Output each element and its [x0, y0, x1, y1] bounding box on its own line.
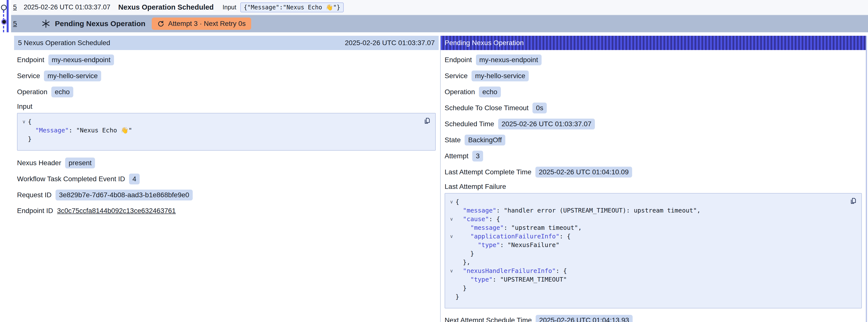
code-line: ∨ "nexusHandlerFailureInfo": { [447, 266, 846, 275]
collapse-chevron-icon[interactable]: ∨ [447, 266, 456, 275]
field-label: State [444, 136, 461, 144]
field-next-attempt-schedule-time: Next Attempt Schedule Time 2025-02-26 UT… [444, 315, 862, 322]
code-text: "type": "NexusFailure" [456, 240, 559, 249]
pending-event-title: Pending Nexus Operation [55, 20, 146, 28]
field-label: Request ID [17, 191, 52, 199]
code-text: } [456, 249, 474, 258]
code-text: "cause": { [456, 215, 500, 223]
field-service: Service my-hello-service [444, 70, 862, 82]
field-scheduled-time: Scheduled Time 2025-02-26 UTC 01:03:37.0… [444, 119, 862, 129]
pending-panel-header: Pending Nexus Operation [441, 36, 866, 50]
collapse-chevron-icon[interactable]: ∨ [447, 232, 456, 240]
field-workflow-task-completed-event-id: Workflow Task Completed Event ID 4 [17, 173, 436, 185]
code-line: "Message": "Nexus Echo 👋" [20, 126, 421, 135]
code-text: } [456, 284, 467, 292]
timeline-node-current-icon[interactable] [1, 19, 7, 25]
code-gutter [20, 126, 28, 135]
retry-icon [157, 20, 164, 27]
field-value-chip: 4 [129, 173, 140, 185]
copy-icon[interactable] [423, 117, 431, 125]
code-line: ∨ "applicationFailureInfo": { [447, 232, 846, 240]
code-gutter [447, 284, 456, 292]
code-line: } [20, 135, 421, 143]
code-line: } [447, 249, 846, 258]
field-service: Service my-hello-service [17, 70, 436, 82]
field-value-chip: my-nexus-endpoint [476, 55, 541, 65]
pending-panel-body: Endpoint my-nexus-endpoint Service my-he… [441, 50, 866, 322]
event-panel-body: Endpoint my-nexus-endpoint Service my-he… [14, 50, 439, 226]
field-schedule-to-close-timeout: Schedule To Close Timeout 0s [444, 103, 862, 114]
field-label: Endpoint [444, 56, 472, 64]
event-id-link[interactable]: 5 [13, 20, 17, 28]
code-text: "Message": "Nexus Echo 👋" [28, 126, 132, 135]
code-line: "message": "handler error (UPSTREAM_TIME… [447, 206, 846, 215]
field-value-chip: my-hello-service [471, 70, 529, 82]
code-line: "type": "UPSTREAM_TIMEOUT" [447, 275, 846, 284]
code-text: "type": "UPSTREAM_TIMEOUT" [456, 275, 567, 284]
pending-operation-panel: Pending Nexus Operation Endpoint my-nexu… [440, 36, 867, 322]
event-id-link[interactable]: 5 [13, 3, 17, 11]
event-input-preview-chip[interactable]: {"Message":"Nexus Echo 👋"} [240, 2, 344, 12]
collapse-chevron-icon[interactable]: ∨ [447, 197, 456, 206]
field-label: Service [17, 72, 40, 80]
code-line: "type": "NexusFailure" [447, 240, 846, 249]
field-operation: Operation echo [444, 87, 862, 97]
code-gutter [447, 292, 456, 301]
code-text: { [456, 197, 459, 206]
collapse-chevron-icon[interactable]: ∨ [20, 117, 28, 126]
code-line: ∨{ [447, 197, 846, 206]
event-detail-panel: 5 Nexus Operation Scheduled 2025-02-26 U… [14, 36, 439, 226]
code-text: "message": "handler error (UPSTREAM_TIME… [456, 206, 701, 215]
field-operation: Operation echo [17, 87, 436, 97]
event-row-pending-selected[interactable]: 5 Pending Nexus Operation Attempt 3 · Ne… [11, 15, 868, 32]
code-line: ∨{ [20, 117, 421, 126]
field-value-chip: my-hello-service [44, 70, 101, 82]
endpoint-id-link[interactable]: 3c0c75ccfa8144b092c13ce632463761 [57, 207, 176, 215]
code-gutter [447, 258, 456, 266]
field-value-chip: 2025-02-26 UTC 01:04:10.09 [535, 167, 632, 178]
code-gutter [20, 135, 28, 143]
timeline-node-open-icon[interactable] [1, 5, 7, 10]
json-code: ∨{ "Message": "Nexus Echo 👋"} [20, 117, 421, 143]
field-label: Workflow Task Completed Event ID [17, 175, 125, 183]
code-gutter [447, 223, 456, 232]
field-value-chip: 2025-02-26 UTC 01:03:37.07 [498, 119, 595, 129]
field-value-chip: BackingOff [465, 135, 505, 146]
code-line: } [447, 292, 846, 301]
input-section-label: Input [17, 103, 436, 110]
event-row-scheduled[interactable]: 5 2025-02-26 UTC 01:03:37.07 Nexus Opera… [11, 0, 868, 15]
field-endpoint-id: Endpoint ID 3c0c75ccfa8144b092c13ce63246… [17, 205, 436, 216]
field-state: State BackingOff [444, 135, 862, 146]
code-gutter [447, 240, 456, 249]
field-label: Schedule To Close Timeout [444, 104, 528, 112]
code-gutter [447, 206, 456, 215]
field-value-chip: my-nexus-endpoint [49, 55, 114, 65]
code-line: ∨ "cause": { [447, 215, 846, 223]
field-value-chip: 3 [472, 151, 483, 161]
code-text: "message": "upstream timeout", [456, 223, 582, 232]
code-gutter [447, 249, 456, 258]
field-nexus-header: Nexus Header present [17, 158, 436, 168]
field-attempt: Attempt 3 [444, 151, 862, 161]
code-gutter [447, 275, 456, 284]
field-endpoint: Endpoint my-nexus-endpoint [17, 55, 436, 65]
field-label: Operation [444, 88, 475, 96]
field-label: Endpoint ID [17, 207, 53, 215]
field-value-chip: echo [51, 87, 73, 97]
code-text: } [456, 292, 459, 301]
field-label: Operation [17, 88, 48, 96]
code-text: } [28, 135, 32, 143]
field-value-chip: 0s [532, 103, 547, 114]
code-text: }, [456, 258, 470, 266]
event-panel-header: 5 Nexus Operation Scheduled 2025-02-26 U… [14, 36, 439, 50]
collapse-chevron-icon[interactable]: ∨ [447, 215, 456, 223]
field-label: Endpoint [17, 56, 44, 64]
field-label: Attempt [444, 152, 468, 160]
field-label: Last Attempt Complete Time [444, 168, 531, 176]
field-request-id: Request ID 3e829b7e-7d67-4b08-aad3-b1e86… [17, 190, 436, 200]
copy-icon[interactable] [849, 197, 858, 205]
event-timestamp: 2025-02-26 UTC 01:03:37.07 [24, 3, 110, 11]
failure-code-block: ∨{ "message": "handler error (UPSTREAM_T… [444, 193, 862, 309]
code-line: "message": "upstream timeout", [447, 223, 846, 232]
input-code-block: ∨{ "Message": "Nexus Echo 👋"} [17, 113, 436, 151]
